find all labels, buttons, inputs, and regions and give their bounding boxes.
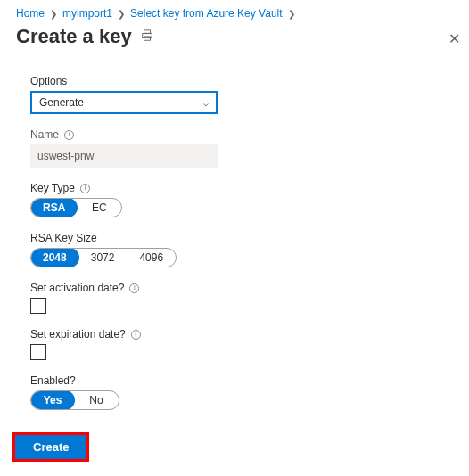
breadcrumb-select-key[interactable]: Select key from Azure Key Vault xyxy=(130,7,283,20)
activation-label: Set activation date? xyxy=(30,282,124,294)
enabled-yes[interactable]: Yes xyxy=(30,390,75,410)
info-icon[interactable]: i xyxy=(80,184,90,193)
rsasize-3072[interactable]: 3072 xyxy=(78,249,128,267)
breadcrumb: Home ❯ myimport1 ❯ Select key from Azure… xyxy=(9,7,460,20)
keytype-ec[interactable]: EC xyxy=(77,199,121,217)
rsasize-toggle: 2048 3072 4096 xyxy=(30,248,177,267)
rsasize-2048[interactable]: 2048 xyxy=(30,248,79,267)
expiration-checkbox[interactable] xyxy=(30,344,46,360)
keytype-toggle: RSA EC xyxy=(30,198,122,217)
options-value: Generate xyxy=(39,96,84,109)
chevron-right-icon: ❯ xyxy=(288,9,295,19)
chevron-right-icon: ❯ xyxy=(118,9,125,19)
options-select[interactable]: Generate ⌵ xyxy=(30,91,218,114)
create-button-highlight: Create xyxy=(12,432,89,462)
print-icon[interactable] xyxy=(141,29,153,45)
options-label: Options xyxy=(30,75,67,87)
activation-checkbox[interactable] xyxy=(30,298,46,314)
chevron-down-icon: ⌵ xyxy=(203,98,209,108)
close-icon[interactable]: ✕ xyxy=(448,30,460,47)
info-icon[interactable]: i xyxy=(64,130,74,140)
rsasize-4096[interactable]: 4096 xyxy=(127,249,176,267)
info-icon[interactable]: i xyxy=(131,330,141,340)
breadcrumb-home[interactable]: Home xyxy=(16,7,45,20)
keytype-rsa[interactable]: RSA xyxy=(30,198,78,217)
info-icon[interactable]: i xyxy=(129,283,139,293)
enabled-label: Enabled? xyxy=(30,374,76,387)
expiration-label: Set expiration date? xyxy=(30,328,126,341)
chevron-right-icon: ❯ xyxy=(50,9,57,19)
enabled-toggle: Yes No xyxy=(30,390,119,410)
page-title: Create a key xyxy=(16,25,132,48)
name-input[interactable] xyxy=(30,144,218,168)
rsasize-label: RSA Key Size xyxy=(30,232,97,244)
enabled-no[interactable]: No xyxy=(74,391,119,409)
create-button[interactable]: Create xyxy=(15,435,86,459)
name-label: Name xyxy=(30,128,59,141)
breadcrumb-myimport1[interactable]: myimport1 xyxy=(62,7,112,20)
svg-rect-0 xyxy=(144,29,150,33)
keytype-label: Key Type xyxy=(30,182,75,194)
